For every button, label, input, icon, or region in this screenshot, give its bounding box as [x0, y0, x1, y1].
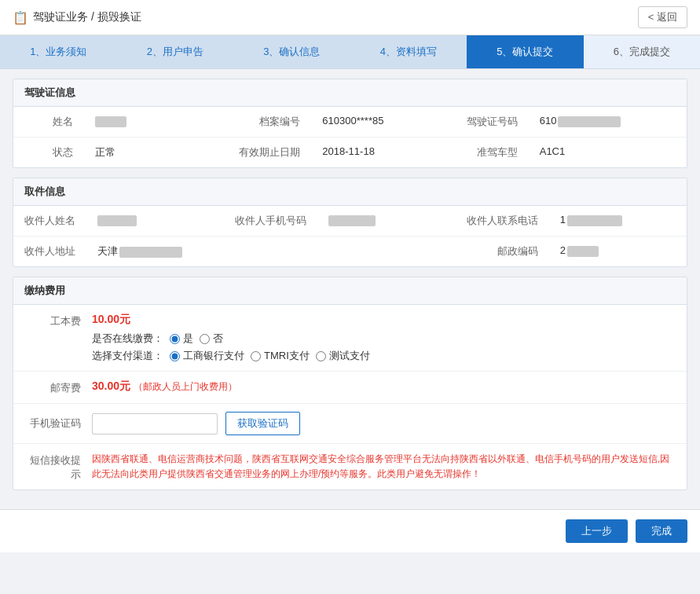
pickup-section: 取件信息 收件人姓名 收件人手机号码 收件人联系电话 1 收件人地址 天津 邮政…: [13, 178, 687, 267]
table-row: 收件人姓名 收件人手机号码 收件人联系电话 1: [13, 206, 687, 236]
label-recipient-phone: 收件人手机号码: [224, 206, 317, 236]
steps-bar: 1、业务须知 2、用户申告 3、确认信息 4、资料填写 5、确认提交 6、完成提…: [0, 35, 700, 69]
online-yes-radio[interactable]: [170, 334, 180, 344]
label-license-num: 驾驶证号码: [456, 107, 529, 138]
step-6[interactable]: 6、完成提交: [584, 35, 701, 68]
verification-row: 手机验证码 获取验证码: [13, 404, 687, 444]
value-recipient-addr: 天津: [86, 236, 456, 267]
step-3[interactable]: 3、确认信息: [233, 35, 350, 68]
channel-tmri-text: TMRI支付: [264, 349, 310, 363]
step-4[interactable]: 4、资料填写: [350, 35, 467, 68]
channel-label: 选择支付渠道：: [92, 349, 163, 363]
channel-icbc-radio[interactable]: [170, 351, 180, 361]
step-2[interactable]: 2、用户申告: [117, 35, 234, 68]
value-name: [84, 107, 228, 138]
online-no-radio[interactable]: [200, 334, 210, 344]
value-postal-code: 2: [549, 236, 687, 267]
channel-test-radio[interactable]: [316, 351, 326, 361]
online-fee-line: 是否在线缴费： 是 否: [92, 332, 676, 346]
main-content: 驾驶证信息 姓名 档案编号 610300****85 驾驶证号码 610 状态 …: [0, 69, 700, 509]
table-row: 收件人地址 天津 邮政编码 2: [13, 236, 687, 267]
fee-section: 缴纳费用 工本费 10.00元 是否在线缴费： 是 否: [13, 277, 687, 490]
gongben-fee-row: 工本费 10.00元 是否在线缴费： 是 否: [13, 305, 687, 372]
label-recipient-addr: 收件人地址: [13, 236, 86, 267]
license-section-title: 驾驶证信息: [13, 79, 687, 107]
breadcrumb-sub: 损毁换证: [97, 10, 141, 23]
online-yes-label[interactable]: 是: [170, 332, 193, 346]
online-yes-text: 是: [183, 332, 193, 346]
value-recipient-phone: [317, 206, 455, 236]
channel-test-text: 测试支付: [329, 349, 370, 363]
post-amount: 30.00元: [92, 380, 130, 392]
gongben-content: 10.00元 是否在线缴费： 是 否 选择支付渠道：: [92, 313, 687, 363]
back-button[interactable]: < 返回: [638, 6, 687, 28]
value-archive: 610300****85: [311, 107, 455, 138]
post-note: （邮政人员上门收费用）: [134, 381, 237, 392]
sms-label: 短信接收提示: [13, 452, 92, 482]
gongben-amount: 10.00元: [92, 313, 676, 327]
channel-icbc-label[interactable]: 工商银行支付: [170, 349, 244, 363]
value-recipient-name: [86, 206, 224, 236]
breadcrumb: 📋 驾驶证业务 / 损毁换证: [13, 10, 141, 25]
table-row: 状态 正常 有效期止日期 2018-11-18 准驾车型 A1C1: [13, 138, 687, 168]
verif-input[interactable]: [92, 413, 218, 434]
post-label: 邮寄费: [13, 380, 92, 395]
sms-content: 因陕西省联通、电信运营商技术问题，陕西省互联网交通安全综合服务管理平台无法向持陕…: [92, 452, 687, 482]
gongben-label: 工本费: [13, 313, 92, 328]
doc-icon: 📋: [13, 10, 28, 25]
label-postal-code: 邮政编码: [456, 236, 549, 267]
channel-test-label[interactable]: 测试支付: [316, 349, 370, 363]
prev-button[interactable]: 上一步: [566, 519, 628, 543]
label-recipient-name: 收件人姓名: [13, 206, 86, 236]
online-fee-label: 是否在线缴费：: [92, 332, 163, 346]
value-cartype: A1C1: [529, 138, 687, 168]
label-status: 状态: [13, 138, 84, 168]
sms-notice-row: 短信接收提示 因陕西省联通、电信运营商技术问题，陕西省互联网交通安全综合服务管理…: [13, 444, 687, 490]
online-no-text: 否: [213, 332, 223, 346]
label-name: 姓名: [13, 107, 84, 138]
step-1[interactable]: 1、业务须知: [0, 35, 117, 68]
breadcrumb-text: 驾驶证业务 / 损毁换证: [33, 10, 141, 24]
label-archive: 档案编号: [228, 107, 311, 138]
step-5[interactable]: 5、确认提交: [467, 35, 584, 68]
value-expire: 2018-11-18: [311, 138, 455, 168]
post-fee-row: 邮寄费 30.00元 （邮政人员上门收费用）: [13, 372, 687, 404]
header: 📋 驾驶证业务 / 损毁换证 < 返回: [0, 0, 700, 35]
channel-tmri-radio[interactable]: [251, 351, 261, 361]
breadcrumb-main: 驾驶证业务: [33, 10, 88, 23]
label-cartype: 准驾车型: [456, 138, 529, 168]
fee-section-title: 缴纳费用: [13, 277, 687, 305]
post-content: 30.00元 （邮政人员上门收费用）: [92, 380, 687, 394]
pickup-info-table: 收件人姓名 收件人手机号码 收件人联系电话 1 收件人地址 天津 邮政编码 2: [13, 206, 687, 266]
table-row: 姓名 档案编号 610300****85 驾驶证号码 610: [13, 107, 687, 138]
get-verif-btn[interactable]: 获取验证码: [225, 412, 300, 435]
footer-bar: 上一步 完成: [0, 509, 700, 552]
breadcrumb-sep: /: [91, 10, 97, 23]
license-section: 驾驶证信息 姓名 档案编号 610300****85 驾驶证号码 610 状态 …: [13, 79, 687, 168]
verif-label: 手机验证码: [13, 416, 92, 431]
pickup-section-title: 取件信息: [13, 178, 687, 206]
channel-icbc-text: 工商银行支付: [183, 349, 244, 363]
label-expire: 有效期止日期: [228, 138, 311, 168]
label-recipient-tel: 收件人联系电话: [456, 206, 549, 236]
value-status: 正常: [84, 138, 228, 168]
complete-button[interactable]: 完成: [636, 519, 687, 543]
online-no-label[interactable]: 否: [200, 332, 223, 346]
channel-line: 选择支付渠道： 工商银行支付 TMRI支付 测试支付: [92, 349, 676, 363]
value-recipient-tel: 1: [549, 206, 687, 236]
value-license-num: 610: [529, 107, 687, 138]
license-info-table: 姓名 档案编号 610300****85 驾驶证号码 610 状态 正常 有效期…: [13, 107, 687, 167]
channel-tmri-label[interactable]: TMRI支付: [251, 349, 310, 363]
